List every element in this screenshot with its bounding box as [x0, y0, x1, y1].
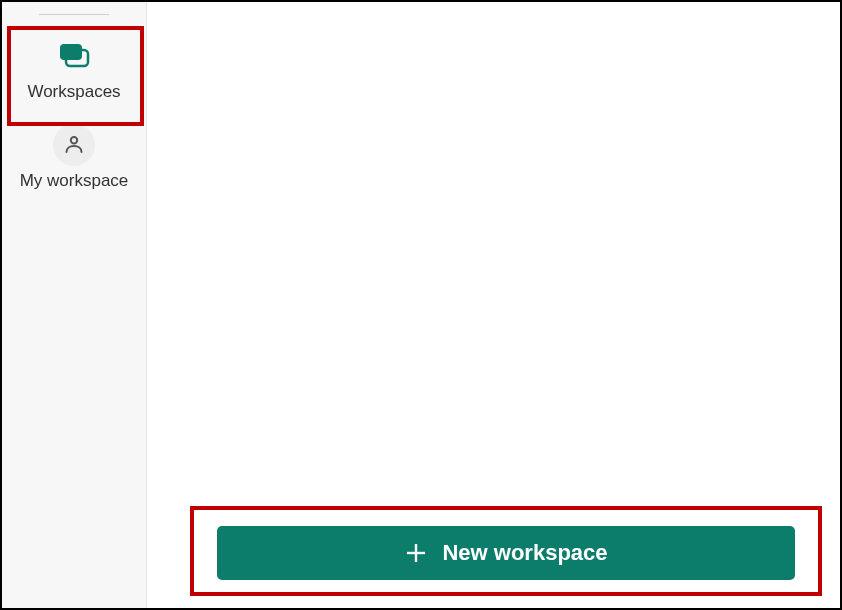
new-workspace-button[interactable]: New workspace [217, 526, 795, 580]
main-content-area [147, 2, 840, 608]
app-window: Workspaces My workspace New workspace [0, 0, 842, 610]
sidebar-item-label: My workspace [20, 170, 129, 191]
svg-point-2 [71, 137, 77, 143]
plus-icon [404, 541, 428, 565]
sidebar-top-divider [39, 14, 109, 15]
sidebar-item-workspaces[interactable]: Workspaces [2, 35, 146, 106]
sidebar-item-my-workspace[interactable]: My workspace [2, 120, 146, 195]
left-sidebar: Workspaces My workspace [2, 2, 147, 608]
sidebar-item-label: Workspaces [27, 81, 120, 102]
new-workspace-button-label: New workspace [442, 540, 607, 566]
person-icon [53, 124, 95, 166]
workspaces-stack-icon [54, 39, 94, 77]
svg-rect-1 [60, 44, 82, 60]
